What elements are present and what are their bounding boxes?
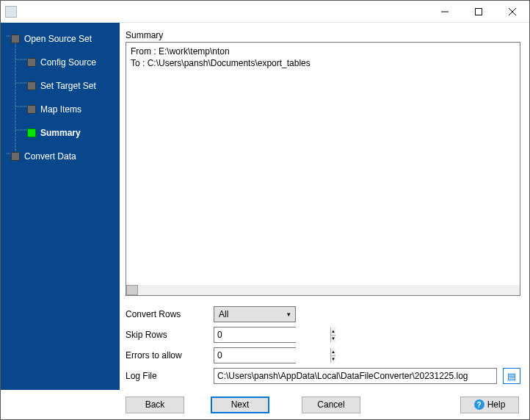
convert-rows-label: Convert Rows bbox=[126, 309, 214, 319]
next-button[interactable]: Next bbox=[211, 397, 269, 413]
step-label: Map Items bbox=[40, 104, 81, 115]
step-node-icon bbox=[11, 35, 20, 43]
convert-rows-dropdown[interactable]: All ▾ bbox=[214, 306, 296, 322]
errors-allow-spinner[interactable]: ▲ ▼ bbox=[214, 347, 296, 363]
back-button[interactable]: Back bbox=[126, 397, 184, 413]
summary-line: From : E:\work\temp\nton bbox=[131, 46, 515, 57]
scrollbar-thumb[interactable] bbox=[126, 285, 138, 295]
step-node-icon bbox=[27, 128, 36, 137]
step-config-source[interactable]: Config Source bbox=[1, 55, 120, 70]
step-label: Open Source Set bbox=[24, 34, 92, 44]
errors-allow-input[interactable] bbox=[214, 348, 330, 363]
logfile-label: Log File bbox=[126, 371, 214, 381]
wizard-button-bar: Back Next Cancel ? Help bbox=[1, 390, 529, 419]
wizard-steps: Open Source Set Config Source Set Target… bbox=[1, 32, 120, 164]
section-title: Summary bbox=[126, 30, 520, 40]
step-set-target-set[interactable]: Set Target Set bbox=[1, 79, 120, 93]
app-window: Open Source Set Config Source Set Target… bbox=[0, 0, 530, 420]
logfile-input[interactable] bbox=[214, 368, 497, 384]
maximize-button[interactable] bbox=[462, 1, 495, 23]
spin-down-button[interactable]: ▼ bbox=[331, 336, 335, 343]
chevron-down-icon: ▾ bbox=[287, 311, 291, 318]
step-summary[interactable]: Summary bbox=[1, 126, 120, 140]
step-map-items[interactable]: Map Items bbox=[1, 102, 120, 117]
cancel-button[interactable]: Cancel bbox=[302, 397, 360, 413]
browse-logfile-button[interactable]: ▤ bbox=[503, 368, 520, 384]
step-label: Config Source bbox=[40, 57, 96, 68]
minimize-button[interactable] bbox=[428, 1, 462, 23]
summary-textbox[interactable]: From : E:\work\temp\nton To : C:\Users\p… bbox=[126, 42, 520, 296]
skip-rows-spinner[interactable]: ▲ ▼ bbox=[214, 327, 296, 343]
svg-rect-1 bbox=[476, 8, 482, 15]
step-node-icon bbox=[11, 152, 20, 161]
titlebar bbox=[1, 1, 529, 23]
spin-up-button[interactable]: ▲ bbox=[331, 348, 335, 356]
step-node-icon bbox=[27, 82, 36, 90]
options-grid: Convert Rows All ▾ Skip Rows ▲ ▼ bbox=[126, 306, 520, 384]
step-label: Convert Data bbox=[24, 151, 76, 162]
step-convert-data[interactable]: Convert Data bbox=[1, 149, 120, 164]
help-button[interactable]: ? Help bbox=[460, 397, 519, 413]
step-node-icon bbox=[27, 58, 36, 67]
close-button[interactable] bbox=[495, 1, 529, 23]
help-icon: ? bbox=[474, 399, 484, 410]
step-node-icon bbox=[27, 105, 36, 114]
step-label: Set Target Set bbox=[40, 81, 96, 91]
dropdown-value: All bbox=[219, 309, 287, 319]
skip-rows-input[interactable] bbox=[214, 327, 330, 342]
summary-line: To : C:\Users\pansh\Documents\export_tab… bbox=[131, 57, 515, 69]
main-panel: Summary From : E:\work\temp\nton To : C:… bbox=[120, 23, 529, 390]
wizard-sidebar: Open Source Set Config Source Set Target… bbox=[1, 23, 120, 390]
document-icon: ▤ bbox=[507, 371, 516, 382]
spin-up-button[interactable]: ▲ bbox=[331, 327, 335, 336]
app-icon bbox=[5, 6, 17, 18]
errors-allow-label: Errors to allow bbox=[126, 350, 214, 361]
step-label: Summary bbox=[40, 128, 81, 138]
skip-rows-label: Skip Rows bbox=[126, 330, 214, 340]
spin-down-button[interactable]: ▼ bbox=[331, 356, 335, 363]
horizontal-scrollbar[interactable] bbox=[126, 285, 520, 295]
step-open-source-set[interactable]: Open Source Set bbox=[1, 32, 120, 46]
